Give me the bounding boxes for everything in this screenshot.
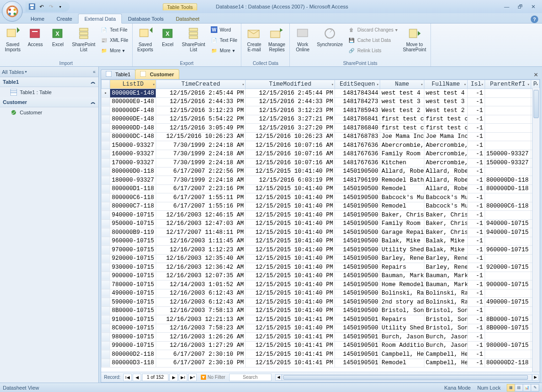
table-row[interactable]: 800000C6-1186/17/2007 1:55:11 PM12/15/20… (102, 193, 540, 202)
table-row[interactable]: 590000-1071512/16/2003 6:12:43 AM12/15/2… (102, 298, 540, 307)
nav-category-customer[interactable]: Customer︽ (0, 97, 98, 107)
table-row[interactable]: 990000-1071512/16/2003 1:27:29 AM12/15/2… (102, 341, 540, 350)
import-excel-button[interactable]: XExcel (47, 24, 69, 48)
table-row[interactable]: 180000-933277/30/1999 2:24:18 AM12/15/20… (102, 176, 540, 185)
datasheet-view-button[interactable]: ▦ (507, 384, 515, 392)
create-email-button[interactable]: CreateE-mail (243, 24, 265, 54)
import-text-file-button[interactable]: 📄Text File (98, 24, 130, 35)
close-icon[interactable]: ✕ (528, 3, 538, 10)
datasheet-grid[interactable]: ListID▾TimeCreated▾TimeModified▾EditSequ… (101, 79, 540, 383)
export-excel-button[interactable]: XExcel (157, 24, 179, 48)
search-input[interactable] (229, 374, 271, 381)
manage-replies-button[interactable]: ManageReplies (266, 24, 287, 54)
menu-tab-external-data[interactable]: External Data (78, 14, 122, 24)
last-record-button[interactable]: ▶I (179, 374, 187, 381)
table-row[interactable]: 800000DD-14812/15/2016 3:05:49 PM12/15/2… (102, 124, 540, 133)
pivot-chart-view-button[interactable]: 📊 (523, 384, 531, 392)
table-row[interactable]: 970000-1071512/16/2003 1:12:23 AM12/15/2… (102, 246, 540, 255)
table-row[interactable]: 930000-1071512/16/2003 12:36:42 AM12/15/… (102, 263, 540, 272)
next-record-button[interactable]: ▶ (169, 374, 178, 381)
table-row[interactable]: 940000-1071512/16/2003 12:46:15 AM12/15/… (102, 211, 540, 220)
table-row[interactable]: 800000DE-14812/15/2016 5:54:22 PM12/15/2… (102, 115, 540, 124)
import-xml-file-button[interactable]: 📰XML File (98, 35, 130, 45)
column-header[interactable]: TimeModified▾ (246, 80, 335, 89)
table-row[interactable]: 170000-933277/30/1999 2:24:18 AM12/15/20… (102, 159, 540, 168)
import-access-button[interactable]: Access (24, 24, 46, 48)
table-row[interactable]: 160000-933277/30/1999 2:24:18 AM12/15/20… (102, 150, 540, 159)
column-header[interactable]: TimeCreated▾ (156, 80, 246, 89)
tab-close-icon[interactable]: ✕ (532, 71, 540, 79)
table-row[interactable]: 800000C7-1186/17/2007 1:55:16 PM12/15/20… (102, 202, 540, 211)
column-header[interactable]: EditSequen▾ (335, 80, 380, 89)
nav-item-customer[interactable]: Customer (0, 107, 98, 118)
column-header[interactable]: ParentRefI▾ (485, 80, 531, 89)
export-word-button[interactable]: WWord (208, 24, 239, 35)
office-button[interactable] (2, 1, 23, 22)
record-position-input[interactable] (142, 374, 168, 381)
vertical-scrollbar[interactable]: ▲ (532, 88, 540, 372)
table-row[interactable]: 8B0000-1071512/16/2003 7:58:13 AM12/15/2… (102, 306, 540, 315)
nav-header[interactable]: All Tables▾ « (0, 67, 98, 77)
tab-customer[interactable]: Customer (135, 69, 179, 79)
table-row[interactable]: 150000-933277/30/1999 2:24:18 AM12/15/20… (102, 141, 540, 150)
svg-rect-9 (30, 29, 40, 38)
column-header[interactable]: P▾ (531, 80, 539, 89)
table-row[interactable]: 960000-1071512/16/2003 1:11:45 AM12/15/2… (102, 237, 540, 246)
export-sharepoint-button[interactable]: SharePointList (180, 24, 207, 54)
table-row[interactable]: 8C0000-1071512/16/2003 7:58:23 AM12/15/2… (102, 324, 540, 333)
filter-indicator[interactable]: 🔽No Filter (200, 375, 225, 380)
saved-imports-button[interactable]: SavedImports (2, 24, 24, 54)
qat-dropdown-icon[interactable]: ▾ (56, 3, 64, 10)
import-sharepoint-button[interactable]: SharePointList (70, 24, 97, 54)
table-row[interactable]: 800000E0-14812/15/2016 2:44:33 PM12/15/2… (102, 97, 540, 106)
move-to-sharepoint-button[interactable]: Move toSharePoint (400, 24, 428, 54)
table-row[interactable]: 800000D3-1186/17/2007 2:30:10 PM12/15/20… (102, 359, 540, 368)
nav-category-table1[interactable]: Table1︽ (0, 77, 98, 87)
titlebar: ↶ ↷ ▾ Table Tools Database14 : Database … (0, 0, 542, 13)
table-row[interactable]: 490000-1071512/16/2003 6:12:43 AM12/15/2… (102, 289, 540, 298)
table-row[interactable]: 800000E1-14812/15/2016 2:45:44 PM12/15/2… (102, 89, 540, 98)
table-icon (106, 71, 112, 78)
kana-mode-label: Kana Mode (444, 385, 470, 391)
table-row[interactable]: 800000D2-1186/17/2007 2:30:10 PM12/15/20… (102, 350, 540, 359)
column-header[interactable]: Name▾ (380, 80, 424, 89)
undo-icon[interactable]: ↶ (38, 3, 45, 10)
table-row[interactable]: 900000-1071512/16/2003 12:07:35 AM12/15/… (102, 272, 540, 280)
redo-icon[interactable]: ↷ (47, 3, 55, 10)
help-icon[interactable]: ? (531, 16, 538, 23)
tab-table1[interactable]: Table1 (101, 69, 136, 79)
horizontal-scrollbar[interactable]: ◀▶ (275, 374, 539, 381)
menu-tab-database-tools[interactable]: Database Tools (122, 14, 170, 23)
table-row[interactable]: 800000DC-14812/15/2016 10:26:23 AM12/15/… (102, 132, 540, 141)
first-record-button[interactable]: I◀ (123, 374, 132, 381)
nav-collapse-icon[interactable]: « (92, 69, 96, 74)
column-header[interactable]: ListID▾ (110, 80, 156, 89)
saved-exports-button[interactable]: SavedExports (135, 24, 156, 54)
menu-tab-datasheet[interactable]: Datasheet (170, 14, 206, 23)
table-row[interactable]: 910000-1071512/16/2003 12:21:13 AM12/15/… (102, 315, 540, 324)
column-header[interactable]: Isl▾ (467, 80, 485, 89)
export-more-button[interactable]: 📁More ▾ (208, 45, 239, 56)
table-row[interactable]: 980000-1071512/16/2003 1:26:26 AM12/15/2… (102, 333, 540, 342)
design-view-button[interactable]: ✎ (531, 384, 539, 392)
new-record-button[interactable]: ▶* (188, 374, 197, 381)
table-row[interactable]: 800000D1-1186/17/2007 2:23:16 PM12/15/20… (102, 184, 540, 193)
table-row[interactable]: 800000B9-11912/17/2007 11:48:11 PM12/15/… (102, 228, 540, 237)
save-icon[interactable] (28, 3, 36, 10)
svg-rect-7 (31, 7, 33, 9)
minimize-icon[interactable]: — (502, 3, 512, 10)
menu-tab-create[interactable]: Create (50, 14, 78, 23)
pivot-table-view-button[interactable]: ▤ (515, 384, 523, 392)
table-row[interactable]: 920000-1071512/16/2003 12:35:40 AM12/15/… (102, 254, 540, 263)
table-row[interactable]: 780000-1071512/14/2003 1:01:52 AM12/15/2… (102, 280, 540, 289)
table-row[interactable]: 800000DF-14812/15/2016 3:12:23 PM12/15/2… (102, 106, 540, 115)
restore-icon[interactable]: 🗗 (515, 3, 525, 10)
nav-item-table1[interactable]: Table1 : Table (0, 87, 98, 97)
export-text-file-button[interactable]: 📄Text File (208, 35, 239, 45)
table-row[interactable]: 800000D0-1186/17/2007 2:22:56 PM12/15/20… (102, 167, 540, 176)
column-header[interactable]: FullName▾ (424, 80, 467, 89)
table-row[interactable]: 950000-1071512/16/2003 12:47:03 AM12/15/… (102, 219, 540, 228)
import-more-button[interactable]: 📁More ▾ (98, 45, 130, 56)
prev-record-button[interactable]: ◀ (133, 374, 141, 381)
menu-tab-home[interactable]: Home (24, 14, 50, 23)
